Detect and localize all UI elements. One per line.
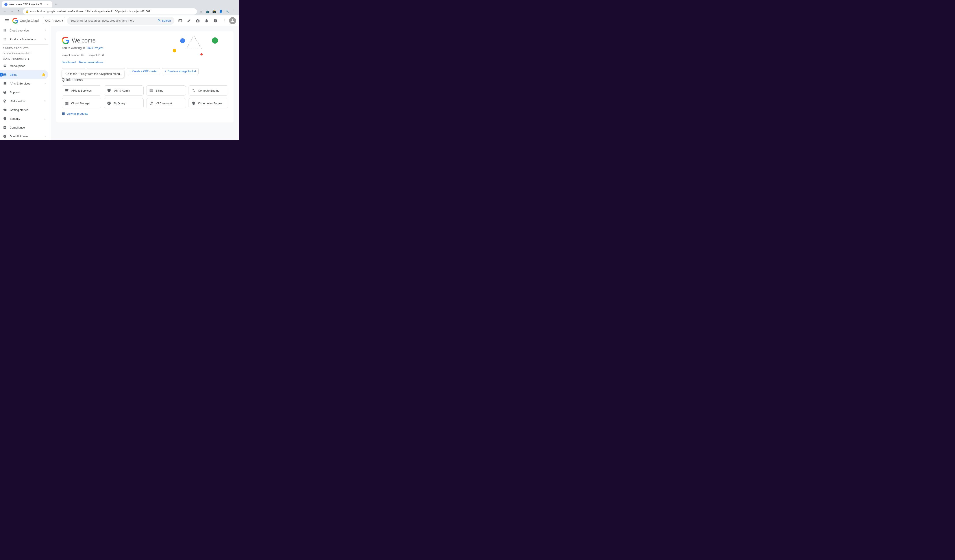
recommendations-link[interactable]: Recommendations	[79, 61, 103, 64]
create-gke-btn[interactable]: + Create a GKE cluster	[127, 68, 160, 75]
sidebar-divider-1	[3, 44, 48, 45]
refresh-button[interactable]: ↻	[16, 8, 22, 14]
browser-actions: ☆ 📺 📸 👤 🔧 ⋮	[198, 8, 237, 14]
pinned-products-header[interactable]: PINNED PRODUCTS	[0, 45, 51, 51]
qa-compute-engine[interactable]: Compute Engine	[188, 86, 228, 95]
support-bell[interactable]: 🔔	[41, 90, 45, 94]
tab-close-btn[interactable]: ×	[46, 3, 50, 6]
billing-actions: 🔔	[41, 72, 45, 77]
dashboard-links: Dashboard Recommendations	[62, 61, 228, 64]
qa-billing[interactable]: Billing	[146, 86, 186, 95]
qa-kubernetes-engine[interactable]: Kubernetes Engine	[188, 98, 228, 108]
copy-project-id[interactable]: ⧉	[102, 53, 104, 57]
cloud-overview-label: Cloud overview	[10, 29, 42, 32]
cloud-overview-icon	[3, 28, 7, 33]
cloud-shell-btn[interactable]	[176, 17, 184, 25]
working-in-text: You're working in	[62, 46, 85, 50]
compliance-bell[interactable]: 🔔	[41, 125, 45, 129]
getting-started-icon	[3, 108, 7, 112]
notifications-btn[interactable]	[203, 17, 211, 25]
view-all-label: View all products	[67, 112, 88, 115]
main-content: Welcome You're working in C4C Project Pr…	[51, 26, 239, 140]
qa-bigquery-icon	[107, 101, 111, 105]
dashboard-link[interactable]: Dashboard	[62, 61, 76, 64]
sidebar: Cloud overview › Products & solutions › …	[0, 26, 51, 140]
sidebar-item-cloud-overview[interactable]: Cloud overview ›	[0, 26, 48, 35]
sidebar-item-billing[interactable]: 3 Billing 🔔	[0, 70, 48, 79]
sidebar-item-getting-started[interactable]: Getting started 🔔	[0, 105, 48, 114]
address-bar[interactable]: 🔒 console.cloud.google.com/welcome?authu…	[23, 8, 197, 14]
duet-ai-bell[interactable]: 🔔	[38, 134, 42, 139]
qa-iam-admin[interactable]: IAM & Admin	[104, 86, 144, 95]
extension-btn[interactable]: 🔧	[224, 8, 230, 14]
qa-bigquery-label: BigQuery	[113, 102, 125, 105]
forward-button[interactable]: →	[9, 8, 15, 14]
profile-btn[interactable]: 👤	[218, 8, 224, 14]
sidebar-item-support[interactable]: Support 🔔	[0, 88, 48, 97]
help-btn[interactable]	[211, 17, 219, 25]
sidebar-item-apis-services[interactable]: APIs & Services 🔔 ›	[0, 79, 48, 88]
menu-button[interactable]	[3, 17, 11, 25]
sidebar-item-marketplace[interactable]: Marketplace 🔔	[0, 61, 48, 70]
sidebar-item-iam-admin[interactable]: IAM & Admin 🔔 ›	[0, 97, 48, 105]
back-button[interactable]: ←	[2, 8, 8, 14]
cloud-shell-editor-btn[interactable]	[185, 17, 193, 25]
qa-vpc-network[interactable]: VPC network	[146, 98, 186, 108]
cloud-overview-chevron: ›	[44, 28, 45, 32]
qa-bigquery[interactable]: BigQuery	[104, 98, 144, 108]
security-chevron: ›	[44, 117, 45, 121]
more-btn[interactable]: ⋮	[231, 8, 237, 14]
billing-label: Billing	[10, 73, 39, 76]
gcp-logo-icon	[62, 37, 70, 44]
project-selector[interactable]: C4C Project ▾	[43, 17, 65, 24]
iam-admin-label: IAM & Admin	[10, 100, 35, 103]
view-all-icon	[62, 112, 65, 115]
more-products-label: MORE PRODUCTS	[3, 58, 27, 60]
welcome-area: Welcome You're working in C4C Project Pr…	[56, 31, 233, 122]
qa-apis-services[interactable]: APIs & Services	[62, 86, 101, 95]
marketplace-bell[interactable]: 🔔	[41, 64, 45, 68]
billing-bell[interactable]: 🔔	[41, 72, 45, 77]
bookmark-btn[interactable]: ☆	[198, 8, 204, 14]
sidebar-item-compliance[interactable]: Compliance 🔔	[0, 123, 48, 132]
search-button[interactable]: Search	[158, 19, 171, 22]
new-tab-button[interactable]: +	[53, 2, 59, 7]
app-body: Cloud overview › Products & solutions › …	[0, 26, 239, 140]
sidebar-item-products-solutions[interactable]: Products & solutions ›	[0, 35, 48, 44]
more-options-btn[interactable]: ⋮	[220, 17, 228, 25]
project-name-link[interactable]: C4C Project	[86, 46, 103, 50]
qa-vpc-icon	[149, 101, 153, 105]
iam-bell[interactable]: 🔔	[38, 99, 42, 103]
user-avatar[interactable]	[229, 17, 236, 24]
logo-text: Google Cloud	[20, 19, 39, 22]
products-solutions-icon	[3, 37, 7, 41]
apis-bell[interactable]: 🔔	[38, 81, 42, 86]
more-products-toggle[interactable]: MORE PRODUCTS ▲	[0, 56, 51, 61]
create-storage-icon: +	[165, 70, 166, 73]
qa-compute-icon	[191, 88, 196, 93]
copy-project-number[interactable]: ⧉	[81, 53, 83, 57]
qa-iam-label: IAM & Admin	[113, 89, 130, 92]
active-tab[interactable]: Welcome – C4C Project – G… ×	[2, 1, 52, 8]
google-cloud-logo: Google Cloud	[13, 18, 39, 24]
sidebar-item-duet-ai-admin[interactable]: Duet AI Admin 🔔 ›	[0, 132, 48, 140]
welcome-logo: Welcome	[62, 37, 228, 44]
view-all-products-btn[interactable]: View all products	[62, 110, 228, 117]
screenshots-btn[interactable]	[194, 17, 202, 25]
create-storage-btn[interactable]: + Create a storage bucket	[162, 68, 199, 75]
create-gke-label: Create a GKE cluster	[132, 70, 157, 73]
apis-services-label: APIs & Services	[10, 82, 35, 85]
screenshot-btn[interactable]: 📸	[211, 8, 217, 14]
cast-btn[interactable]: 📺	[204, 8, 211, 14]
security-bell[interactable]: 🔔	[38, 117, 42, 121]
project-name: C4C Project	[45, 19, 61, 22]
svg-rect-6	[5, 22, 9, 22]
project-id-item: Project ID: ⧉	[89, 53, 104, 57]
qa-cloud-storage[interactable]: Cloud Storage	[62, 98, 101, 108]
search-bar[interactable]: Search (/) for resources, docs, products…	[67, 17, 174, 25]
app-container: Google Cloud C4C Project ▾ Search (/) fo…	[0, 16, 239, 140]
qa-storage-label: Cloud Storage	[71, 102, 89, 105]
sidebar-item-security[interactable]: Security 🔔 ›	[0, 114, 48, 123]
svg-rect-5	[5, 20, 9, 21]
getting-started-bell[interactable]: 🔔	[41, 108, 45, 112]
